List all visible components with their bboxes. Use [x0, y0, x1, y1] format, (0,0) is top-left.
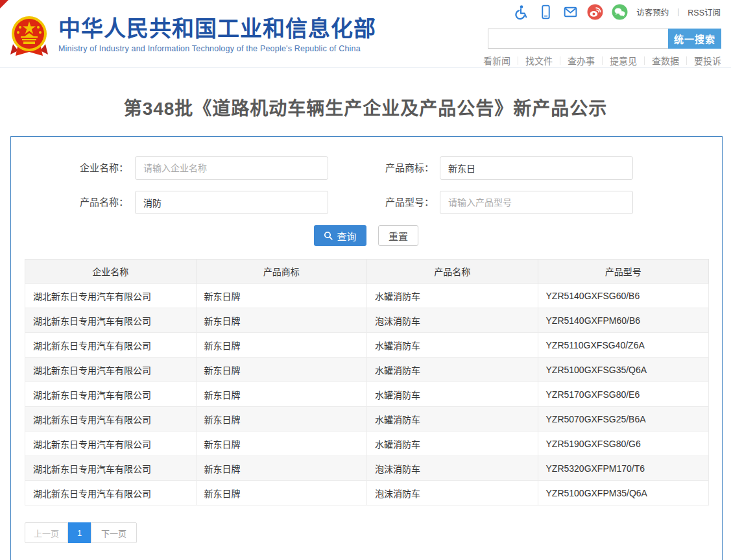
table-row: 湖北新东日专用汽车有限公司新东日牌水罐消防车YZR5110GXFSG40/Z6A — [25, 333, 709, 358]
reset-button[interactable]: 重置 — [378, 225, 418, 246]
page-title: 第348批《道路机动车辆生产企业及产品公告》新产品公示 — [0, 94, 731, 120]
rss-subscribe-link[interactable]: RSS订阅 — [688, 6, 721, 18]
table-cell: 新东日牌 — [196, 382, 367, 407]
nav-item-4[interactable]: 提意见 — [610, 54, 637, 67]
product-brand-label: 产品商标： — [309, 156, 434, 180]
table-row: 湖北新东日专用汽车有限公司新东日牌泡沫消防车YZR5320GXFPM170/T6 — [25, 456, 709, 481]
table-cell: YZR5190GXFSG80/G6 — [538, 432, 709, 456]
site-subtitle: Ministry of Industry and Information Tec… — [58, 44, 376, 53]
table-cell: 新东日牌 — [196, 308, 367, 333]
table-cell: 水罐消防车 — [367, 407, 538, 432]
nav-item-3[interactable]: 查办事 — [568, 54, 595, 67]
table-row: 湖北新东日专用汽车有限公司新东日牌水罐消防车YZR5070GXFSG25/B6A — [25, 407, 709, 432]
table-column-header: 企业名称 — [25, 260, 197, 284]
table-row: 湖北新东日专用汽车有限公司新东日牌水罐消防车YZR5190GXFSG80/G6 — [25, 432, 709, 456]
product-name-input[interactable] — [135, 191, 328, 214]
nav-item-5[interactable]: 查数据 — [652, 54, 679, 67]
table-cell: YZR5320GXFPM170/T6 — [538, 456, 709, 481]
table-row: 湖北新东日专用汽车有限公司新东日牌泡沫消防车YZR5140GXFPM60/B6 — [25, 308, 709, 333]
table-cell: 湖北新东日专用汽车有限公司 — [25, 481, 197, 505]
site-header: 中华人民共和国工业和信息化部 Ministry of Industry and … — [0, 0, 731, 68]
table-cell: 湖北新东日专用汽车有限公司 — [25, 333, 197, 358]
unified-search-button[interactable]: 统一搜索 — [668, 29, 721, 49]
table-cell: 泡沫消防车 — [367, 456, 538, 481]
pagination-prev[interactable]: 上一页 — [25, 522, 68, 543]
table-column-header: 产品名称 — [367, 260, 538, 284]
table-cell: 湖北新东日专用汽车有限公司 — [25, 407, 197, 432]
nav-separator — [644, 56, 645, 65]
query-button[interactable]: 查询 — [314, 225, 366, 246]
unified-search: 统一搜索 — [488, 29, 721, 49]
table-cell: 新东日牌 — [196, 407, 367, 432]
table-cell: 水罐消防车 — [367, 432, 538, 456]
national-emblem-icon — [9, 16, 49, 58]
product-brand-input[interactable] — [440, 156, 633, 180]
results-table: 企业名称产品商标产品名称产品型号 湖北新东日专用汽车有限公司新东日牌水罐消防车Y… — [25, 259, 709, 505]
topbar: 访客预约 | RSS订阅 — [513, 3, 721, 20]
table-column-header: 产品型号 — [538, 260, 709, 284]
pagination: 上一页 1 下一页 — [25, 522, 137, 543]
site-title-block: 中华人民共和国工业和信息化部 Ministry of Industry and … — [58, 16, 376, 53]
unified-search-input[interactable] — [488, 29, 668, 49]
table-header-row: 企业名称产品商标产品名称产品型号 — [25, 260, 709, 284]
wechat-icon[interactable] — [612, 4, 628, 20]
product-model-label: 产品型号： — [309, 191, 434, 214]
table-cell: 新东日牌 — [196, 333, 367, 358]
table-cell: 新东日牌 — [196, 432, 367, 456]
nav-separator — [518, 56, 518, 65]
nav-separator — [686, 56, 687, 65]
product-name-label: 产品名称： — [11, 191, 128, 214]
site-logo-link[interactable] — [9, 16, 49, 58]
table-cell: YZR5140GXFPM60/B6 — [538, 308, 709, 333]
nav-separator — [602, 56, 603, 65]
table-column-header: 产品商标 — [196, 260, 367, 284]
site-title: 中华人民共和国工业和信息化部 — [58, 16, 376, 42]
table-cell: YZR5070GXFSG25/B6A — [538, 407, 709, 432]
table-cell: 湖北新东日专用汽车有限公司 — [25, 358, 197, 382]
table-cell: 新东日牌 — [196, 358, 367, 382]
table-cell: 新东日牌 — [196, 481, 367, 505]
mobile-icon[interactable] — [538, 4, 554, 20]
visitor-appointment-link[interactable]: 访客预约 — [636, 6, 669, 18]
results-table-body: 湖北新东日专用汽车有限公司新东日牌水罐消防车YZR5140GXFSG60/B6湖… — [25, 284, 709, 505]
nav-separator — [560, 56, 560, 65]
company-name-input[interactable] — [135, 156, 328, 180]
table-row: 湖北新东日专用汽车有限公司新东日牌泡沫消防车YZR5100GXFPM35/Q6A — [25, 481, 709, 505]
weibo-icon[interactable] — [587, 4, 603, 20]
results-table-head: 企业名称产品商标产品名称产品型号 — [25, 260, 709, 284]
table-cell: 湖北新东日专用汽车有限公司 — [25, 382, 197, 407]
topbar-separator: | — [677, 7, 679, 16]
table-cell: 水罐消防车 — [367, 333, 538, 358]
accessibility-icon[interactable] — [513, 4, 529, 20]
query-button-label: 查询 — [337, 229, 356, 243]
table-cell: YZR5100GXFSG35/Q6A — [538, 358, 709, 382]
table-cell: YZR5110GXFSG40/Z6A — [538, 333, 709, 358]
nav-item-2[interactable]: 找文件 — [525, 54, 553, 67]
nav-item-1[interactable]: 看新闻 — [483, 54, 510, 67]
table-cell: 湖北新东日专用汽车有限公司 — [25, 456, 197, 481]
table-cell: YZR5100GXFPM35/Q6A — [538, 481, 709, 505]
pagination-page-1[interactable]: 1 — [68, 522, 91, 543]
table-cell: 水罐消防车 — [367, 382, 538, 407]
product-model-input[interactable] — [440, 191, 633, 214]
table-cell: 泡沫消防车 — [367, 308, 538, 333]
table-cell: 泡沫消防车 — [367, 481, 538, 505]
table-cell: YZR5140GXFSG60/B6 — [538, 284, 709, 308]
table-row: 湖北新东日专用汽车有限公司新东日牌水罐消防车YZR5170GXFSG80/E6 — [25, 382, 709, 407]
search-icon — [324, 231, 333, 240]
mail-icon[interactable] — [562, 4, 579, 20]
company-name-label: 企业名称： — [11, 156, 128, 180]
table-row: 湖北新东日专用汽车有限公司新东日牌水罐消防车YZR5100GXFSG35/Q6A — [25, 358, 709, 382]
query-panel: 企业名称： 产品商标： 产品名称： 产品型号： 查询 重置 企业名称产品商标产品… — [10, 136, 723, 560]
corner-mark — [0, 0, 8, 8]
nav-item-6[interactable]: 要投诉 — [694, 54, 721, 67]
table-cell: 水罐消防车 — [367, 358, 538, 382]
pagination-next[interactable]: 下一页 — [91, 522, 137, 543]
table-cell: 湖北新东日专用汽车有限公司 — [25, 284, 197, 308]
table-cell: 新东日牌 — [196, 456, 367, 481]
table-cell: 水罐消防车 — [367, 284, 538, 308]
table-cell: YZR5170GXFSG80/E6 — [538, 382, 709, 407]
table-cell: 湖北新东日专用汽车有限公司 — [25, 308, 197, 333]
table-cell: 新东日牌 — [196, 284, 367, 308]
header-nav: 看新闻找文件查办事提意见查数据要投诉 — [483, 54, 721, 67]
